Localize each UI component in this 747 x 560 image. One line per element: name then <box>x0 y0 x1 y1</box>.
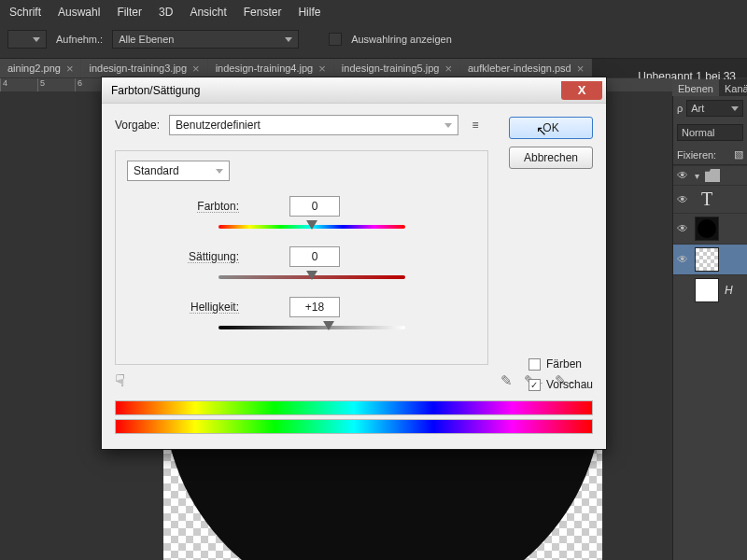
preset-value: Benutzerdefiniert <box>176 119 261 132</box>
hue-input[interactable]: 0 <box>289 196 340 217</box>
tab-close-icon[interactable]: × <box>577 63 585 75</box>
dialog-title: Farbton/Sättigung <box>111 84 200 97</box>
sample-layers-value: Alle Ebenen <box>119 34 174 45</box>
layer-row[interactable]: 👁 <box>673 244 747 274</box>
spectrum-bar-top <box>115 400 593 415</box>
preview-checkbox[interactable]: ✓Vorschau <box>529 378 593 391</box>
tab-label: indesign-training5.jpg <box>342 63 440 74</box>
visibility-toggle-icon[interactable] <box>676 284 689 297</box>
layer-row[interactable]: 👁 ▾ <box>673 165 747 185</box>
preset-menu-icon[interactable]: ≡ <box>468 118 483 133</box>
layer-row[interactable]: 👁 T <box>673 185 747 213</box>
lock-label: Fixieren: <box>677 149 716 161</box>
show-selection-ring-checkbox[interactable] <box>329 33 342 46</box>
saturation-input[interactable]: 0 <box>289 246 340 267</box>
layer-thumbnail <box>695 278 719 302</box>
panel-tabs: Ebenen Kanäle <box>672 79 747 98</box>
color-range-dropdown[interactable]: Standard <box>127 161 230 181</box>
tab-close-icon[interactable]: × <box>318 63 326 75</box>
layer-row[interactable]: H <box>673 274 747 305</box>
menu-filter[interactable]: Filter <box>117 6 142 19</box>
blend-mode-dropdown[interactable]: Normal <box>677 124 743 141</box>
layer-filter-kind[interactable]: Art <box>686 100 743 117</box>
tab-close-icon[interactable]: × <box>444 63 452 75</box>
layers-panel: ρ Art Normal Fixieren:▧ 👁 ▾ 👁 T 👁 👁 H <box>672 96 747 560</box>
document-tab[interactable]: aining2.png× <box>0 59 81 77</box>
dialog-close-button[interactable]: X <box>561 81 602 100</box>
cancel-button[interactable]: Abbrechen <box>509 147 593 169</box>
colorize-checkbox[interactable]: Färben <box>529 357 593 371</box>
preset-dropdown[interactable]: Benutzerdefiniert <box>169 115 458 135</box>
panel-tab-kanaele[interactable]: Kanäle <box>719 79 747 98</box>
folder-icon <box>705 169 720 182</box>
document-tab[interactable]: aufkleber-indesign.psd× <box>460 59 592 77</box>
visibility-toggle-icon[interactable]: 👁 <box>676 222 689 235</box>
document-tab[interactable]: indesign-training5.jpg× <box>334 59 460 77</box>
menu-auswahl[interactable]: Auswahl <box>58 6 100 19</box>
lightness-slider[interactable] <box>218 321 405 334</box>
menu-fenster[interactable]: Fenster <box>244 6 282 19</box>
menu-schrift[interactable]: Schrift <box>9 6 41 19</box>
main-menu: Schrift Auswahl Filter 3D Ansicht Fenste… <box>0 0 747 26</box>
tab-label: aufkleber-indesign.psd <box>468 63 571 74</box>
spectrum-bar-bottom <box>115 419 593 434</box>
lock-transparent-icon[interactable]: ▧ <box>734 148 743 161</box>
visibility-toggle-icon[interactable]: 👁 <box>676 169 689 182</box>
lightness-input[interactable]: +18 <box>289 297 340 317</box>
layer-row[interactable]: 👁 <box>673 213 747 244</box>
saturation-slider[interactable] <box>218 271 405 284</box>
lightness-label: Helligkeit: <box>127 301 239 314</box>
tab-close-icon[interactable]: × <box>192 63 200 75</box>
sample-layers-dropdown[interactable]: Alle Ebenen <box>112 30 299 49</box>
visibility-toggle-icon[interactable]: 👁 <box>676 193 689 206</box>
document-tabs: aining2.png× indesign-training3.jpg× ind… <box>0 59 747 77</box>
color-range-value: Standard <box>134 164 179 177</box>
dialog-titlebar[interactable]: Farbton/Sättigung X <box>102 77 606 104</box>
colorize-label: Färben <box>546 357 582 371</box>
text-layer-icon: T <box>695 189 719 210</box>
tab-label: indesign-training4.jpg <box>216 63 314 74</box>
document-tab[interactable]: indesign-training3.jpg× <box>81 59 207 77</box>
layer-filter-label: Art <box>691 103 704 114</box>
tab-label: aining2.png <box>7 63 61 74</box>
scrubby-hand-icon[interactable]: ☟ <box>115 371 125 391</box>
menu-ansicht[interactable]: Ansicht <box>190 6 226 19</box>
hue-slider[interactable] <box>218 220 405 233</box>
tool-preset-dropdown[interactable] <box>7 30 47 49</box>
preview-label: Vorschau <box>546 378 593 391</box>
eyedropper-icon[interactable]: ✎ <box>500 372 513 389</box>
show-selection-ring-label: Auswahlring anzeigen <box>351 34 452 45</box>
hue-saturation-dialog: Farbton/Sättigung X OK Abbrechen Vorgabe… <box>101 77 607 450</box>
preset-label: Vorgabe: <box>115 119 160 132</box>
panel-tab-ebenen[interactable]: Ebenen <box>672 79 719 98</box>
layer-thumbnail <box>695 217 719 241</box>
options-bar: Aufnehm.: Alle Ebenen Auswahlring anzeig… <box>0 26 747 59</box>
document-tab[interactable]: indesign-training4.jpg× <box>208 59 334 77</box>
layer-name: H <box>725 284 733 297</box>
visibility-toggle-icon[interactable]: 👁 <box>676 253 689 266</box>
saturation-label: Sättigung: <box>127 250 239 263</box>
sample-label: Aufnehm.: <box>56 34 103 45</box>
hue-label: Farbton: <box>127 200 239 213</box>
blend-mode-value: Normal <box>682 127 714 138</box>
ok-button[interactable]: OK <box>509 117 593 139</box>
adjust-group: Standard Farbton: 0 Sättigung: 0 Helligk… <box>115 150 488 365</box>
menu-3d[interactable]: 3D <box>159 6 173 19</box>
menu-hilfe[interactable]: Hilfe <box>298 6 320 19</box>
tab-label: indesign-training3.jpg <box>89 63 187 74</box>
tab-close-icon[interactable]: × <box>66 63 74 75</box>
layer-thumbnail <box>695 247 719 272</box>
